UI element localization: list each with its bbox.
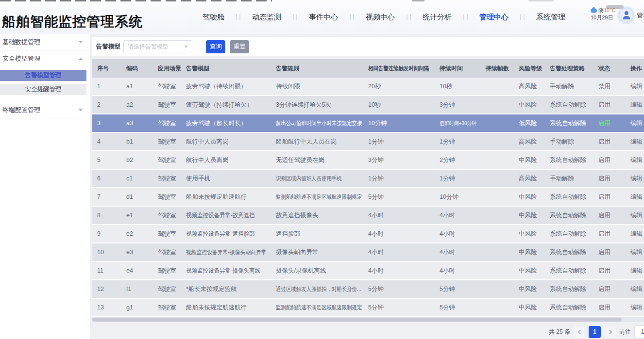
- cell-frames: [481, 243, 514, 261]
- edit-link[interactable]: 编辑: [626, 262, 644, 279]
- edit-link[interactable]: 编辑: [626, 170, 644, 187]
- edit-link[interactable]: 编辑: [626, 243, 644, 261]
- app-title: 船舶智能监控管理系统: [2, 13, 143, 31]
- chevron-down-icon: [78, 41, 83, 43]
- sidebar-group-1[interactable]: 基础数据管理: [0, 34, 90, 50]
- edit-link[interactable]: 编辑: [626, 78, 644, 95]
- cell-code: e4: [121, 262, 153, 279]
- cell-status: 启用: [593, 188, 626, 206]
- column-header: 操作: [626, 59, 644, 78]
- nav-item-6[interactable]: 管理中心: [468, 0, 520, 34]
- table-header-row: 序号编码应用场景告警模型告警规则相同告警连续触发时间间隔持续时间持续帧数风险等级…: [92, 59, 644, 78]
- edit-link[interactable]: 编辑: [626, 151, 644, 169]
- cell-status: 禁用: [593, 78, 626, 95]
- nav-item-1[interactable]: 驾驶舱: [191, 0, 236, 34]
- cell-code: d1: [121, 188, 153, 206]
- column-header: 告警模型: [181, 59, 271, 78]
- table-row[interactable]: 2a2驾驶室疲劳驾驶（持续打哈欠）3分钟连续打哈欠5次10秒3分钟中风险系统自动…: [92, 96, 644, 114]
- sidebar-item-2-1[interactable]: 告警模型管理: [0, 70, 86, 81]
- cell-rule: 持续闭眼: [271, 78, 363, 95]
- cell-code: e3: [121, 243, 153, 261]
- table-row[interactable]: 10e3驾驶室视频监控设备异常-摄像头朝向异常摄像头朝向异常4小时4小时中风险系…: [92, 243, 644, 262]
- chevron-left-icon: [577, 329, 582, 334]
- cell-model: 航行中人员离岗: [181, 133, 271, 150]
- edit-link[interactable]: 编辑: [626, 114, 644, 132]
- cell-model: 船舶未按规定航速航行: [181, 299, 271, 316]
- nav-item-2[interactable]: 动态监测: [240, 0, 293, 34]
- cell-code: b1: [121, 133, 153, 150]
- next-page-button[interactable]: [604, 326, 616, 338]
- nav-item-5[interactable]: 统计分析: [411, 0, 463, 34]
- cell-strategy: 系统自动解除: [545, 225, 593, 242]
- horizontal-scrollbar[interactable]: [92, 317, 644, 322]
- table-row[interactable]: 12f1驾驶室*船长未按规定监航通过区域触发人脸抓拍，对船长身份...5分钟5分…: [92, 280, 644, 299]
- search-button[interactable]: 查询: [206, 40, 225, 53]
- edit-link[interactable]: 编辑: [626, 96, 644, 113]
- cell-frames: [481, 114, 514, 132]
- cell-no: 6: [92, 170, 121, 187]
- cell-code: e1: [121, 207, 153, 224]
- cell-frames: [481, 299, 514, 316]
- cell-strategy: 手动解除: [545, 170, 593, 187]
- edit-link[interactable]: 编辑: [626, 225, 644, 242]
- cell-model: 疲劳驾驶（超长时长）: [181, 114, 271, 132]
- cell-scene: 驾驶室: [153, 133, 181, 150]
- alarm-model-select[interactable]: 请选择告警模型: [123, 40, 192, 53]
- cell-frames: [481, 280, 514, 298]
- user-menu[interactable]: 管理: [619, 8, 644, 23]
- edit-link[interactable]: 编辑: [626, 133, 644, 150]
- edit-link[interactable]: 编辑: [626, 207, 644, 224]
- edit-link[interactable]: 编辑: [626, 280, 644, 298]
- cell-risk: 中风险: [514, 299, 545, 316]
- table-row[interactable]: 11e4驾驶室视频监控设备异常-摄像头离线摄像头/录像机离线4小时4小时中风险系…: [92, 262, 644, 280]
- sidebar-item-2-2[interactable]: 安全提醒管理: [0, 84, 86, 95]
- table-row[interactable]: 6c1驾驶室使用手机识别区域内值班人员使用手机1分钟1分钟高风险手动解除启用编辑: [92, 170, 644, 188]
- weather-date: 10月29日: [591, 14, 621, 21]
- column-header: 告警规则: [271, 59, 363, 78]
- cell-risk: 高风险: [514, 133, 545, 150]
- cell-interval: 10秒: [363, 96, 435, 113]
- edit-link[interactable]: 编辑: [626, 188, 644, 206]
- table-row[interactable]: 7d1驾驶室船舶未按规定航速航行监测船舶航速不满足区域航速限制规定5分钟10分钟…: [92, 188, 644, 207]
- cell-strategy: 系统自动解除: [545, 280, 593, 298]
- cell-scene: 驾驶室: [153, 188, 181, 206]
- cell-status: 启用: [593, 207, 626, 224]
- nav-item-3[interactable]: 事件中心: [297, 0, 350, 34]
- cell-rule: 监测船舶航速不满足区域航速限制规定: [271, 299, 363, 316]
- table-row[interactable]: 5b2驾驶室航行中人员离岗无适任驾驶员在岗3分钟2分钟中风险系统自动解除启用编辑: [92, 151, 644, 170]
- nav-separator: [520, 14, 525, 20]
- sidebar-group-3[interactable]: 终端配置管理: [0, 102, 90, 118]
- cell-no: 12: [92, 280, 121, 298]
- nav-item-7[interactable]: 系统管理: [525, 0, 577, 34]
- cell-interval: 5分钟: [363, 299, 435, 316]
- sidebar-group-2[interactable]: 安全模型管理: [0, 50, 90, 67]
- column-header: 相同告警连续触发时间间隔: [363, 59, 435, 78]
- cell-code: f1: [121, 280, 153, 298]
- cell-scene: 驾驶室: [153, 114, 181, 132]
- user-label: 管理: [637, 11, 644, 20]
- page-number-button[interactable]: 1: [589, 326, 601, 338]
- table-row[interactable]: 1a1驾驶室疲劳驾驶（持续闭眼）持续闭眼20秒10秒高风险手动解除禁用编辑: [92, 78, 644, 96]
- reset-button[interactable]: 重置: [230, 40, 249, 53]
- cell-risk: 中风险: [514, 243, 545, 261]
- cell-model: 疲劳驾驶（持续打哈欠）: [181, 96, 271, 113]
- cell-scene: 驾驶室: [153, 225, 181, 242]
- prev-page-button[interactable]: [574, 326, 585, 338]
- cell-duration: 10分钟: [435, 188, 481, 206]
- table-row[interactable]: 4b1驾驶室航行中人员离岗船舶航行中无人员在岗1分钟1分钟高风险手动解除启用编辑: [92, 133, 644, 151]
- edit-link[interactable]: 编辑: [626, 299, 644, 316]
- table-row[interactable]: 3a3驾驶室疲劳驾驶（超长时长）超出公司值班时间半小时未按规定交接10分钟值班时…: [92, 114, 644, 133]
- cell-scene: 驾驶室: [153, 96, 181, 113]
- cell-risk: 中风险: [514, 262, 545, 279]
- nav-item-4[interactable]: 视频中心: [354, 0, 407, 34]
- table-row[interactable]: 8e1驾驶室视频监控设备异常-故意遮挡故意遮挡摄像头4小时4小时中风险系统自动解…: [92, 207, 644, 225]
- table-row[interactable]: 9e2驾驶室视频监控设备异常-遮挡脸部遮挡脸部4小时4小时中风险系统自动解除启用…: [92, 225, 644, 243]
- cell-risk: 中风险: [514, 225, 545, 242]
- cell-scene: 驾驶室: [153, 262, 181, 279]
- cell-rule: 3分钟连续打哈欠5次: [271, 96, 363, 113]
- scrollbar-thumb[interactable]: [92, 318, 622, 322]
- chevron-down-icon: [184, 46, 188, 48]
- goto-page-input[interactable]: 1: [634, 325, 644, 338]
- table-row[interactable]: 13g1驾驶室船舶未按规定航速航行监测船舶航速不满足区域航速限制规定5分钟5分钟…: [92, 299, 644, 317]
- cell-interval: 1分钟: [363, 170, 435, 187]
